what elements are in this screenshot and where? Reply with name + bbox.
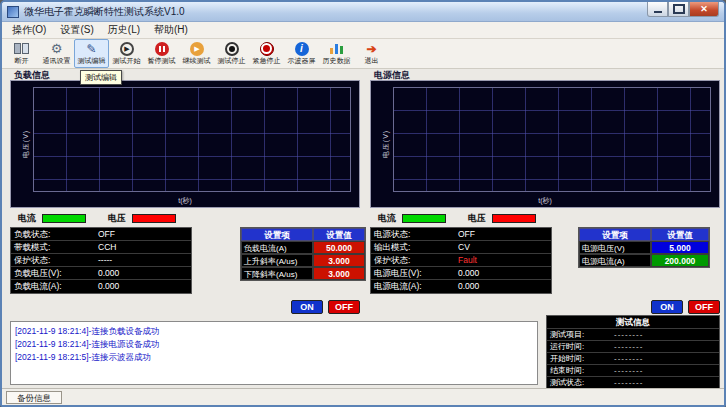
source-current-color-swatch (402, 214, 446, 223)
load-status-label: 负载状态: (11, 228, 95, 241)
settings-value-header: 设置值 (651, 228, 709, 241)
end-time-label: 结束时间: (547, 365, 611, 377)
load-set-fall-value[interactable]: 3.000 (313, 267, 365, 280)
load-set-fall-label: 下降斜率(A/us) (241, 267, 313, 280)
toolbar-button-pause-test[interactable]: 暂停测试 (144, 39, 179, 68)
app-icon (7, 6, 19, 18)
load-current-legend-label: 电流 (18, 212, 36, 225)
history-data-icon (328, 41, 346, 56)
load-voltage-label: 负载电压(V): (11, 267, 95, 280)
statusbar-tab[interactable]: 备份信息 (6, 391, 62, 404)
test-item-label: 测试项目: (547, 329, 611, 341)
emergency-stop-icon (260, 42, 274, 56)
toolbar-button-resume-test[interactable]: 继续测试 (179, 39, 214, 68)
load-set-rise-value[interactable]: 3.000 (313, 254, 365, 267)
source-status-value: OFF (455, 228, 551, 241)
comm-settings-icon (48, 41, 66, 56)
source-set-current-label: 电源电流(A) (579, 254, 651, 267)
source-voltage-color-swatch (492, 214, 536, 223)
resume-test-icon (190, 42, 204, 56)
source-on-button[interactable]: ON (651, 300, 683, 314)
pause-test-icon (155, 42, 169, 56)
source-settings-table: 设置项 设置值 电源电压(V) 5.000 电源电流(A) 200.000 (578, 227, 710, 268)
source-protect-value: Fault (455, 254, 551, 267)
source-protect-label: 保护状态: (371, 254, 455, 267)
test-info-grid: 测试项目: -------- 运行时间: -------- 开始时间: ----… (547, 329, 719, 389)
load-chart-plot (33, 87, 351, 192)
toolbar-button-test-start[interactable]: 测试开始 (109, 39, 144, 68)
menu-settings[interactable]: 设置(S) (53, 22, 100, 38)
load-settings-table: 设置项 设置值 负载电流(A) 50.000 上升斜率(A/us) 3.000 … (240, 227, 366, 281)
plug-disconnect-icon (13, 41, 31, 56)
log-line: [2021-11-9 18:21:4]-连接电源设备成功 (15, 338, 533, 351)
source-voltage-label: 电源电压(V): (371, 267, 455, 280)
source-status-table: 电源状态: OFF 输出模式: CV 保护状态: Fault 电源电压(V): … (370, 227, 552, 294)
toolbar-button-comm-settings[interactable]: 通讯设置 (39, 39, 74, 68)
close-button[interactable] (689, 2, 719, 17)
menu-operate[interactable]: 操作(O) (5, 22, 53, 38)
toolbar-button-history-data[interactable]: 历史数据 (319, 39, 354, 68)
toolbar-button-exit[interactable]: 退出 (354, 39, 389, 68)
load-current-value: 0.000 (95, 280, 191, 293)
app-window: 微华电子霍克瞬断特性测试系统V1.0 操作(O) 设置(S) 历史(L) 帮助(… (0, 0, 726, 407)
oscilloscope-icon (295, 42, 309, 56)
minimize-button[interactable] (647, 2, 668, 17)
maximize-button[interactable] (668, 2, 689, 17)
load-chart-ylabel: 电压(V) (21, 130, 31, 158)
source-mode-label: 输出模式: (371, 241, 455, 254)
load-status-table: 负载状态: OFF 带载模式: CCH 保护状态: ----- 负载电压(V):… (10, 227, 192, 294)
settings-value-header: 设置值 (313, 228, 365, 241)
source-legend: 电流 电压 (378, 212, 558, 224)
source-onoff-row: ON OFF (370, 300, 720, 314)
toolbar-button-stop-test[interactable]: 测试停止 (214, 39, 249, 68)
load-chart: 电压(V) t(秒) (10, 80, 360, 208)
load-on-button[interactable]: ON (291, 300, 323, 314)
source-status-label: 电源状态: (371, 228, 455, 241)
load-protect-value: ----- (95, 254, 191, 267)
start-time-label: 开始时间: (547, 353, 611, 365)
window-title: 微华电子霍克瞬断特性测试系统V1.0 (24, 5, 185, 19)
titlebar[interactable]: 微华电子霍克瞬断特性测试系统V1.0 (2, 2, 724, 22)
statusbar: 备份信息 (2, 388, 724, 405)
log-line: [2021-11-9 18:21:5]-连接示波器成功 (15, 351, 533, 364)
settings-item-header: 设置项 (579, 228, 651, 241)
source-off-button[interactable]: OFF (688, 300, 720, 314)
stop-test-icon (225, 42, 239, 56)
log-line: [2021-11-9 18:21:4]-连接负载设备成功 (15, 325, 533, 338)
source-chart-ylabel: 电压(V) (381, 130, 391, 158)
toolbar-button-oscilloscope[interactable]: 示波器屏 (284, 39, 319, 68)
source-mode-value: CV (455, 241, 551, 254)
source-chart: 电压(V) t(秒) (370, 80, 720, 208)
load-mode-label: 带载模式: (11, 241, 95, 254)
load-set-current-value[interactable]: 50.000 (313, 241, 365, 254)
end-time-value: -------- (611, 365, 719, 377)
source-set-current-value[interactable]: 200.000 (651, 254, 709, 267)
load-onoff-row: ON OFF (10, 300, 360, 314)
test-item-value: -------- (611, 329, 719, 341)
client-area: 负载信息 电压(V) t(秒) 电流 电压 负载状态: OFF 带载模式: CC… (2, 69, 724, 388)
source-voltage-legend-label: 电压 (468, 212, 486, 225)
toolbar-button-disconnect[interactable]: 断开 (4, 39, 39, 68)
load-set-current-label: 负载电流(A) (241, 241, 313, 254)
load-current-label: 负载电流(A): (11, 280, 95, 293)
load-off-button[interactable]: OFF (328, 300, 360, 314)
toolbar-button-emergency-stop[interactable]: 紧急停止 (249, 39, 284, 68)
toolbar-tooltip: 测试编辑 (80, 70, 122, 85)
source-current-label: 电源电流(A): (371, 280, 455, 293)
load-protect-label: 保护状态: (11, 254, 95, 267)
source-set-voltage-value[interactable]: 5.000 (651, 241, 709, 254)
toolbar: 断开 通讯设置 测试编辑 测试开始 暂停测试 继续测试 测试停止 紧急停止 (2, 39, 724, 69)
menu-help[interactable]: 帮助(H) (147, 22, 195, 38)
log-panel[interactable]: [2021-11-9 18:21:4]-连接负载设备成功 [2021-11-9 … (10, 321, 538, 385)
run-time-label: 运行时间: (547, 341, 611, 353)
source-chart-plot (393, 87, 711, 192)
load-voltage-color-swatch (132, 214, 176, 223)
test-edit-icon (83, 41, 101, 56)
menu-history[interactable]: 历史(L) (101, 22, 147, 38)
settings-item-header: 设置项 (241, 228, 313, 241)
source-voltage-value: 0.000 (455, 267, 551, 280)
load-voltage-legend-label: 电压 (108, 212, 126, 225)
load-set-rise-label: 上升斜率(A/us) (241, 254, 313, 267)
toolbar-button-test-edit[interactable]: 测试编辑 (74, 39, 109, 68)
load-current-color-swatch (42, 214, 86, 223)
